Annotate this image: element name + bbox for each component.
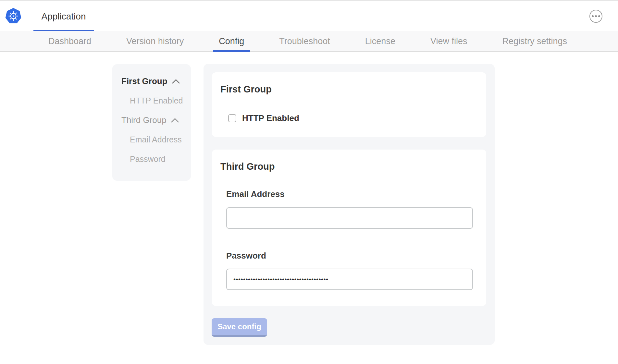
ellipsis-icon <box>598 15 600 17</box>
sidebar-item-label: First Group <box>121 76 167 86</box>
sidebar-item-label: Third Group <box>121 115 167 125</box>
overflow-menu-button[interactable] <box>589 10 602 23</box>
tab-troubleshoot[interactable]: Troubleshoot <box>273 31 336 51</box>
sidebar-item-label: HTTP Enabled <box>130 96 183 105</box>
save-config-button[interactable]: Save config <box>212 318 267 337</box>
sidebar-item-password[interactable]: Password <box>112 149 191 169</box>
password-label: Password <box>226 250 486 261</box>
config-content-panel: First Group HTTP Enabled Third Group Ema… <box>204 64 495 345</box>
tab-dashboard[interactable]: Dashboard <box>43 31 97 51</box>
config-group-title: Third Group <box>220 161 486 172</box>
sidebar-item-http-enabled[interactable]: HTTP Enabled <box>112 91 191 110</box>
ellipsis-icon <box>592 15 594 17</box>
chevron-up-icon <box>171 118 179 123</box>
tab-config[interactable]: Config <box>213 31 250 51</box>
email-address-label: Email Address <box>226 189 486 199</box>
email-address-input[interactable] <box>226 207 473 229</box>
app-navbar: Dashboard Version history Config Trouble… <box>0 31 618 52</box>
password-input[interactable] <box>226 269 473 290</box>
app-header: Application <box>0 0 618 31</box>
tab-version-history[interactable]: Version history <box>120 31 190 51</box>
config-group-title: First Group <box>220 83 486 95</box>
kubernetes-logo-icon <box>5 7 21 25</box>
config-group-third-group: Third Group Email Address Password <box>212 150 486 306</box>
tab-registry-settings[interactable]: Registry settings <box>496 31 573 51</box>
sidebar-item-label: Email Address <box>130 135 182 144</box>
sidebar-item-third-group[interactable]: Third Group <box>112 110 191 130</box>
http-enabled-checkbox[interactable] <box>228 114 236 122</box>
sidebar-item-first-group[interactable]: First Group <box>112 71 191 91</box>
sidebar-item-email-address[interactable]: Email Address <box>112 130 191 149</box>
tab-license[interactable]: License <box>359 31 401 51</box>
chevron-up-icon <box>172 79 180 84</box>
config-nav-sidebar: First Group HTTP Enabled Third Group Ema… <box>112 64 191 181</box>
kots-admin-console: Application Dashboard Version history Co… <box>0 0 618 364</box>
config-group-first-group: First Group HTTP Enabled <box>212 72 486 137</box>
ellipsis-icon <box>595 15 597 17</box>
sidebar-item-label: Password <box>130 154 166 164</box>
http-enabled-field: HTTP Enabled <box>228 113 486 123</box>
tab-view-files[interactable]: View files <box>425 31 473 51</box>
http-enabled-label: HTTP Enabled <box>242 113 299 123</box>
tab-application[interactable]: Application <box>33 1 94 32</box>
